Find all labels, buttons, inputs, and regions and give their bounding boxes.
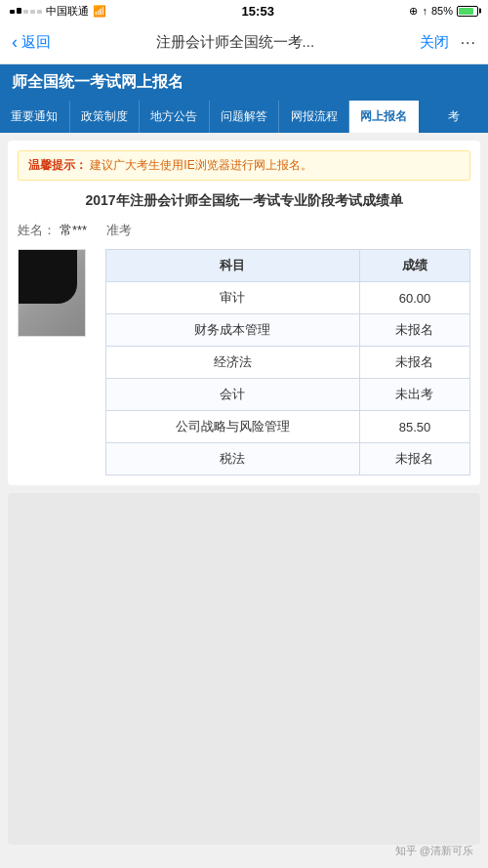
name-value: 常*** xyxy=(60,222,87,239)
table-row: 经济法 未报名 xyxy=(106,347,470,379)
score-table: 科目 成绩 审计 60.00 财务成本管理 未报名 经济法 未报 xyxy=(105,249,470,475)
score-main-layout: 科目 成绩 审计 60.00 财务成本管理 未报名 经济法 未报 xyxy=(18,249,470,475)
battery-icon xyxy=(457,6,478,17)
notice-bar: 温馨提示： 建议广大考生使用IE浏览器进行网上报名。 xyxy=(18,150,470,181)
carrier-name: 中国联通 xyxy=(46,4,89,19)
page-title: 师全国统一考试网上报名 xyxy=(12,73,183,90)
tab-registration[interactable]: 网上报名 xyxy=(349,101,420,133)
tab-important-notice[interactable]: 重要通知 xyxy=(0,101,70,133)
score-table-area: 科目 成绩 审计 60.00 财务成本管理 未报名 经济法 未报 xyxy=(105,249,470,475)
subject-score: 60.00 xyxy=(359,282,469,314)
more-button[interactable]: ··· xyxy=(461,34,476,52)
candidate-info: 姓名： 常*** 准考 xyxy=(18,222,470,239)
back-chevron-icon: ‹ xyxy=(12,32,18,53)
col-header-score: 成绩 xyxy=(359,250,469,282)
subject-name: 经济法 xyxy=(106,347,360,379)
name-info: 姓名： 常*** xyxy=(18,222,87,239)
nav-bar: ‹ 返回 注册会计师全国统一考... 关闭 ··· xyxy=(0,21,488,64)
col-header-subject: 科目 xyxy=(106,250,360,282)
id-info: 准考 xyxy=(106,222,136,239)
photo-silhouette xyxy=(19,250,85,336)
subject-score: 未报名 xyxy=(359,347,469,379)
subject-name: 财务成本管理 xyxy=(106,314,360,347)
score-card-title: 2017年注册会计师全国统一考试专业阶段考试成绩单 xyxy=(18,192,470,210)
photo-area xyxy=(18,249,96,337)
watermark-text: 知乎 @清新可乐 xyxy=(395,845,473,856)
subject-name: 税法 xyxy=(106,443,360,475)
signal-icon xyxy=(10,8,42,14)
notice-text: 建议广大考生使用IE浏览器进行网上报名。 xyxy=(90,158,311,172)
status-right: ⊕ ↑ 85% xyxy=(409,5,478,18)
status-left: 中国联通 📶 xyxy=(10,4,106,19)
wifi-icon: 📶 xyxy=(93,5,106,18)
censor-overlay xyxy=(19,250,77,304)
arrow-icon: ↑ xyxy=(422,5,427,17)
tab-more[interactable]: 考 xyxy=(419,101,488,133)
footer-watermark: 知乎 @清新可乐 xyxy=(395,844,473,858)
table-row: 财务成本管理 未报名 xyxy=(106,314,470,347)
nav-back[interactable]: ‹ 返回 xyxy=(12,32,51,53)
table-row: 会计 未出考 xyxy=(106,379,470,411)
tab-faq[interactable]: 问题解答 xyxy=(210,101,280,133)
tab-process[interactable]: 网报流程 xyxy=(279,101,349,133)
main-content: 温馨提示： 建议广大考生使用IE浏览器进行网上报名。 2017年注册会计师全国统… xyxy=(8,141,480,485)
subject-name: 公司战略与风险管理 xyxy=(106,411,360,443)
location-icon: ⊕ xyxy=(409,5,418,18)
table-row: 审计 60.00 xyxy=(106,282,470,314)
name-label: 姓名： xyxy=(18,222,56,239)
nav-right-buttons: 关闭 ··· xyxy=(420,33,476,52)
notice-label: 温馨提示： xyxy=(28,158,87,172)
back-label: 返回 xyxy=(21,33,51,52)
tab-navigation: 重要通知 政策制度 地方公告 问题解答 网报流程 网上报名 考 xyxy=(0,101,488,133)
subject-name: 审计 xyxy=(106,282,360,314)
nav-title: 注册会计师全国统一考... xyxy=(156,33,315,52)
subject-score: 85.50 xyxy=(359,411,469,443)
subject-score: 未报名 xyxy=(359,314,469,347)
battery-percent: 85% xyxy=(431,5,453,17)
close-button[interactable]: 关闭 xyxy=(420,33,449,52)
tab-policy[interactable]: 政策制度 xyxy=(70,101,141,133)
subject-name: 会计 xyxy=(106,379,360,411)
candidate-photo xyxy=(18,249,86,337)
page-title-bar: 师全国统一考试网上报名 xyxy=(0,64,488,101)
subject-score: 未出考 xyxy=(359,379,469,411)
id-label: 准考 xyxy=(106,222,132,239)
table-row: 公司战略与风险管理 85.50 xyxy=(106,411,470,443)
subject-score: 未报名 xyxy=(359,443,469,475)
empty-gray-area xyxy=(8,493,480,845)
table-row: 税法 未报名 xyxy=(106,443,470,475)
status-time: 15:53 xyxy=(242,4,274,19)
tab-local-notice[interactable]: 地方公告 xyxy=(140,101,210,133)
status-bar: 中国联通 📶 15:53 ⊕ ↑ 85% xyxy=(0,0,488,21)
